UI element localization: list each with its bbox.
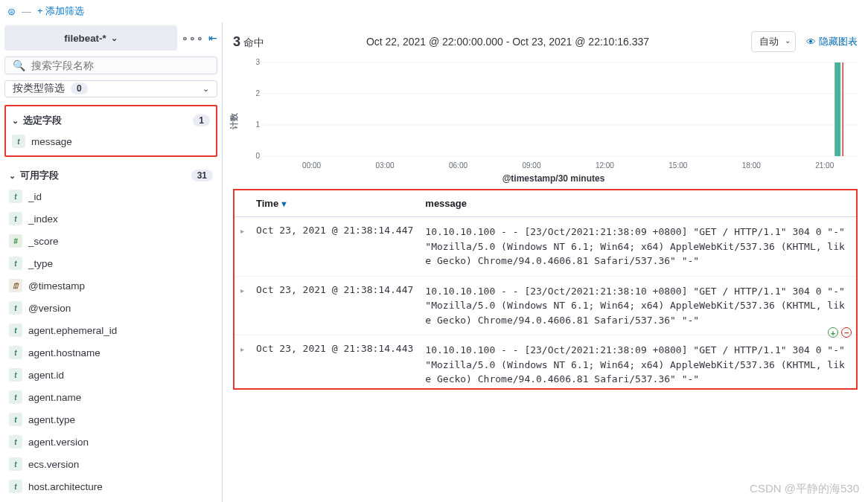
search-icon: 🔍	[13, 59, 25, 71]
svg-text:00:00: 00:00	[302, 161, 321, 170]
chevron-down-icon: ⌄	[12, 116, 19, 126]
filter-by-type-select[interactable]: 按类型筛选 0 ⌄	[4, 80, 217, 98]
hits-label: 命中	[243, 36, 264, 50]
table-row: ▸Oct 23, 2021 @ 21:38:14.44710.10.10.100…	[234, 276, 856, 335]
field-name: @version	[28, 303, 71, 314]
field-item[interactable]: t_type	[4, 252, 217, 274]
svg-rect-16	[835, 62, 840, 156]
watermark: CSDN @平静的海530	[750, 482, 859, 496]
expand-row-button[interactable]: ▸	[234, 217, 250, 277]
main-content: 3 命中 Oct 22, 2021 @ 22:00:00.000 - Oct 2…	[222, 22, 868, 502]
index-pattern-selector[interactable]: filebeat-* ⌄	[4, 25, 177, 51]
cell-message: 10.10.10.100 - - [23/Oct/2021:21:38:09 +…	[419, 217, 856, 277]
field-name: agent.ephemeral_id	[28, 325, 117, 336]
field-name: _score	[28, 236, 59, 247]
svg-text:03:00: 03:00	[376, 161, 395, 170]
field-name: _id	[28, 191, 42, 202]
selected-fields-count: 1	[193, 115, 210, 126]
filter-by-type-label: 按类型筛选	[13, 82, 65, 95]
chevron-down-icon: ⌄	[785, 36, 791, 45]
column-header-message[interactable]: message	[419, 190, 856, 217]
sort-desc-icon: ▼	[280, 199, 288, 208]
expand-row-button[interactable]: ▸	[234, 276, 250, 335]
field-name: agent.id	[28, 370, 64, 381]
field-item[interactable]: tmessage	[7, 130, 214, 152]
documents-table-highlight: Time▼ message ▸Oct 23, 2021 @ 21:38:14.4…	[233, 189, 858, 390]
filter-pill-icon: ⊜	[7, 6, 16, 17]
field-item[interactable]: t_index	[4, 207, 217, 230]
cell-message: 10.10.10.100 - - [23/Oct/2021:21:38:09 +…	[419, 335, 856, 394]
field-name: _type	[28, 258, 53, 269]
field-item[interactable]: tagent.version	[4, 431, 217, 453]
field-item[interactable]: thost.architecture	[4, 475, 217, 498]
svg-text:3: 3	[255, 58, 260, 66]
sidebar: filebeat-* ⌄ ∘∘∘ ⇤ 🔍 按类型筛选 0 ⌄ ⌄选定字段 1 t…	[0, 22, 222, 502]
field-name: ecs.version	[28, 459, 79, 470]
selected-fields-header[interactable]: ⌄选定字段 1	[7, 108, 214, 130]
svg-text:0: 0	[255, 152, 260, 160]
options-menu-button[interactable]: ∘∘∘	[182, 32, 204, 44]
field-name: agent.hostname	[28, 347, 100, 358]
svg-text:15:00: 15:00	[668, 161, 687, 170]
field-name: agent.name	[28, 392, 81, 403]
collapse-sidebar-button[interactable]: ⇤	[208, 32, 217, 44]
selected-fields-label: 选定字段	[23, 114, 62, 127]
table-row: ▸Oct 23, 2021 @ 21:38:14.44310.10.10.100…	[234, 335, 856, 394]
hide-chart-button[interactable]: 👁 隐藏图表	[806, 35, 858, 48]
field-name: agent.version	[28, 437, 89, 448]
filter-by-type-count: 0	[71, 83, 88, 94]
field-search-input[interactable]	[31, 59, 209, 71]
field-item[interactable]: tecs.version	[4, 453, 217, 475]
field-name: _index	[28, 213, 58, 225]
svg-text:06:00: 06:00	[449, 161, 467, 170]
field-item[interactable]: tagent.hostname	[4, 341, 217, 364]
field-name: @timestamp	[28, 280, 85, 292]
date-range-text: Oct 22, 2021 @ 22:00:00.000 - Oct 23, 20…	[366, 36, 649, 48]
cell-time: Oct 23, 2021 @ 21:38:14.443	[250, 335, 419, 394]
expand-row-button[interactable]: ▸	[234, 335, 250, 394]
field-item[interactable]: #_score	[4, 230, 217, 252]
column-header-time[interactable]: Time▼	[250, 190, 419, 217]
index-pattern-label: filebeat-*	[64, 33, 106, 44]
filter-bar: ⊜ — + 添加筛选	[0, 0, 868, 22]
field-name: host.architecture	[28, 481, 103, 492]
hide-chart-label: 隐藏图表	[819, 35, 858, 48]
hits-number: 3	[233, 34, 240, 50]
field-item[interactable]: t_id	[4, 185, 217, 207]
field-name: agent.type	[28, 414, 75, 425]
histogram-chart[interactable]: 计数 012300:0003:0006:0009:0012:0015:0018:…	[223, 58, 868, 184]
svg-text:1: 1	[255, 120, 260, 129]
svg-text:2: 2	[255, 89, 260, 97]
cell-message: 10.10.10.100 - - [23/Oct/2021:21:38:10 +…	[419, 276, 856, 335]
svg-text:12:00: 12:00	[596, 161, 614, 170]
hit-count: 3 命中	[233, 34, 264, 50]
cell-time: Oct 23, 2021 @ 21:38:14.447	[250, 217, 419, 277]
y-axis-label: 计数	[229, 113, 240, 129]
chevron-down-icon: ⌄	[9, 171, 16, 181]
selected-fields-highlight: ⌄选定字段 1 tmessage	[4, 105, 217, 157]
available-fields-label: 可用字段	[20, 169, 59, 182]
eye-closed-icon: 👁	[806, 36, 816, 48]
x-axis-label: @timestamp/30 minutes	[249, 173, 858, 184]
field-item[interactable]: tagent.type	[4, 408, 217, 431]
cell-time: Oct 23, 2021 @ 21:38:14.447	[250, 276, 419, 335]
divider: —	[22, 6, 31, 17]
interval-select[interactable]: 自动 ⌄	[751, 31, 796, 52]
field-item[interactable]: tagent.id	[4, 364, 217, 386]
available-fields-count: 31	[191, 170, 213, 181]
field-item[interactable]: t@version	[4, 297, 217, 319]
field-name: message	[31, 136, 72, 147]
chevron-down-icon: ⌄	[202, 84, 209, 94]
field-item[interactable]: tagent.ephemeral_id	[4, 319, 217, 341]
documents-table: Time▼ message ▸Oct 23, 2021 @ 21:38:14.4…	[234, 190, 856, 394]
table-row: ▸Oct 23, 2021 @ 21:38:14.44710.10.10.100…	[234, 217, 856, 277]
field-item[interactable]: 🗓@timestamp	[4, 274, 217, 297]
field-item[interactable]: tagent.name	[4, 386, 217, 408]
svg-text:21:00: 21:00	[815, 161, 834, 170]
svg-text:18:00: 18:00	[742, 161, 761, 170]
chevron-down-icon: ⌄	[111, 33, 118, 43]
interval-label: 自动	[759, 36, 779, 47]
field-search-input-wrap[interactable]: 🔍	[4, 57, 217, 74]
add-filter-button[interactable]: + 添加筛选	[37, 4, 84, 18]
available-fields-header[interactable]: ⌄可用字段 31	[4, 163, 217, 185]
